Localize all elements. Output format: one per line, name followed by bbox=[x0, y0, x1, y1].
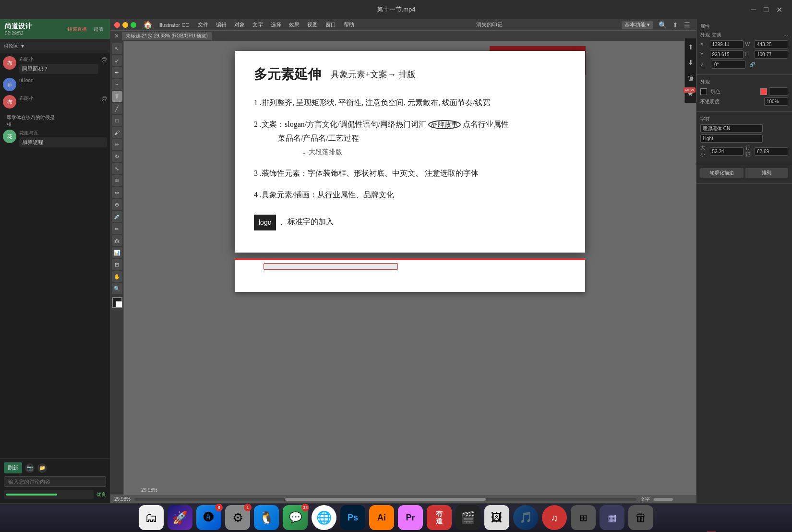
minimize-dot[interactable] bbox=[122, 22, 128, 28]
warp-tool[interactable]: ≋ bbox=[112, 175, 122, 186]
close-tab-icon[interactable]: ✕ bbox=[114, 33, 119, 39]
fill-swatch[interactable] bbox=[700, 88, 707, 95]
h-input[interactable] bbox=[755, 50, 788, 59]
zoom-tool[interactable]: 🔍 bbox=[112, 283, 122, 294]
fill-color[interactable] bbox=[112, 297, 122, 308]
dock-grid[interactable]: ▦ bbox=[600, 505, 624, 530]
star-sidebar-icon[interactable]: ★ NEW bbox=[687, 89, 694, 98]
maximize-dot[interactable] bbox=[131, 22, 136, 28]
blend-tool[interactable]: ∞ bbox=[112, 223, 122, 234]
symbol-tool[interactable]: ⁂ bbox=[112, 235, 122, 246]
link-icon[interactable]: 🔗 bbox=[749, 62, 755, 67]
avatar: 布 bbox=[3, 56, 16, 70]
folder-icon[interactable]: 📁 bbox=[37, 463, 47, 473]
window-controls[interactable]: ─ □ ✕ bbox=[751, 5, 782, 14]
font-weight-input[interactable] bbox=[700, 134, 763, 143]
menu-edit[interactable]: 编辑 bbox=[213, 21, 229, 28]
window-title: 第十一节.mp4 bbox=[377, 5, 416, 14]
download-sidebar-icon[interactable]: ⬇ bbox=[688, 59, 694, 66]
dock-pr[interactable]: Pr bbox=[398, 505, 423, 530]
end-live-button[interactable]: 结束直播 bbox=[66, 25, 89, 34]
menu-select[interactable]: 选择 bbox=[268, 21, 284, 28]
at-icon[interactable]: @ bbox=[101, 95, 107, 102]
angle-input[interactable] bbox=[712, 60, 745, 69]
search-icon[interactable]: 🔍 bbox=[659, 21, 667, 29]
share-icon[interactable]: ⬆ bbox=[672, 21, 678, 29]
graph-tool[interactable]: 📊 bbox=[112, 247, 122, 258]
rotate-tool[interactable]: ↻ bbox=[112, 151, 122, 162]
dock-youdao[interactable]: 有道 bbox=[427, 505, 452, 530]
home-icon[interactable]: 🏠 bbox=[143, 20, 153, 29]
dock-chrome[interactable]: 🌐 bbox=[312, 505, 336, 530]
paintbrush-tool[interactable]: 🖌 bbox=[112, 127, 122, 138]
x-input[interactable] bbox=[710, 40, 744, 48]
refresh-button[interactable]: 刷新 bbox=[4, 462, 22, 473]
w-input[interactable] bbox=[755, 40, 788, 48]
share-sidebar-icon[interactable]: ⬆ bbox=[688, 43, 694, 51]
canvas-area[interactable]: 一代香主 多元素延伸 具象元素+文案→ 排版 1 .排列整齐, 呈现矩形状, 平… bbox=[124, 41, 696, 495]
minimize-button[interactable]: ─ bbox=[751, 5, 756, 14]
curvature-tool[interactable]: ~ bbox=[112, 79, 122, 90]
dock-multi[interactable]: ⊞ bbox=[571, 505, 596, 530]
camera-icon[interactable]: 📷 bbox=[25, 463, 35, 473]
eyedropper-tool[interactable]: 💉 bbox=[112, 211, 122, 222]
quick-action-btn-1[interactable]: 轮廓化描边 bbox=[700, 168, 744, 178]
menu-window[interactable]: 窗口 bbox=[323, 21, 339, 28]
ai-tabbar: ✕ 未标题-2* @ 29.98% (RGB/GPU 预览) bbox=[110, 31, 696, 41]
font-family-input[interactable] bbox=[700, 124, 763, 133]
dock-wechat[interactable]: 💬 33 bbox=[283, 505, 308, 530]
type-tool active[interactable]: T bbox=[112, 91, 122, 102]
menu-view[interactable]: 视图 bbox=[304, 21, 321, 28]
pencil-tool[interactable]: ✏ bbox=[112, 139, 122, 150]
direct-select-tool[interactable]: ↙ bbox=[112, 55, 122, 66]
menu-object[interactable]: 对象 bbox=[231, 21, 248, 28]
main-area: 尚道设计 02:29:53 结束直播 超清 讨论区 ▾ 布 布朗小 阿里面积？ … bbox=[0, 19, 792, 503]
dock-netease[interactable]: 🎵 bbox=[513, 505, 538, 530]
current-tab[interactable]: 未标题-2* @ 29.98% (RGB/GPU 预览) bbox=[122, 32, 212, 40]
leading-input[interactable] bbox=[755, 147, 788, 156]
rect-tool[interactable]: □ bbox=[112, 115, 122, 126]
pen-tool[interactable]: ✒ bbox=[112, 67, 122, 78]
y-input[interactable] bbox=[710, 50, 744, 59]
dock-netease2[interactable]: ♫ bbox=[542, 505, 567, 530]
stroke-swatch[interactable] bbox=[760, 88, 767, 95]
opacity-input[interactable] bbox=[769, 87, 788, 96]
close-button[interactable]: ✕ bbox=[776, 5, 782, 14]
dock-appstore[interactable]: 🅐 8 bbox=[196, 505, 221, 530]
dock-ps[interactable]: Ps bbox=[340, 505, 365, 530]
dock-qq[interactable]: 🐧 bbox=[254, 505, 279, 530]
menu-help[interactable]: 帮助 bbox=[341, 21, 357, 28]
dock-photos[interactable]: 🖼 bbox=[484, 505, 509, 530]
font-size-input[interactable] bbox=[710, 147, 744, 156]
dock-finder[interactable]: 🗂 bbox=[139, 505, 164, 530]
menu-type[interactable]: 文字 bbox=[250, 21, 266, 28]
char-track[interactable] bbox=[654, 498, 692, 501]
menu-effects[interactable]: 效果 bbox=[286, 21, 302, 28]
chat-input[interactable] bbox=[4, 476, 106, 487]
menu-icon[interactable]: ☰ bbox=[684, 21, 690, 29]
dock-ai[interactable]: Ai bbox=[369, 505, 394, 530]
opacity-value[interactable] bbox=[764, 97, 788, 106]
dock-launchpad[interactable]: 🚀 bbox=[168, 505, 192, 530]
artboard-tool[interactable]: ⊞ bbox=[112, 259, 122, 270]
maximize-button[interactable]: □ bbox=[764, 5, 768, 14]
dock-finalcut[interactable]: 🎬 bbox=[456, 505, 480, 530]
quick-action-btn-2[interactable]: 排列 bbox=[745, 168, 789, 178]
at-icon[interactable]: @ bbox=[101, 56, 107, 63]
shape-builder-tool[interactable]: ⊕ bbox=[112, 199, 122, 210]
line-tool[interactable]: ╱ bbox=[112, 103, 122, 114]
scroll-track[interactable] bbox=[134, 498, 636, 501]
width-tool[interactable]: ⇔ bbox=[112, 187, 122, 198]
close-dot[interactable] bbox=[114, 22, 120, 28]
delete-sidebar-icon[interactable]: 🗑 bbox=[687, 74, 694, 82]
scroll-thumb[interactable] bbox=[285, 498, 486, 501]
dock-settings[interactable]: ⚙ 1 bbox=[225, 505, 250, 530]
canvas-scrollbar[interactable]: 29.98% 文字 bbox=[110, 495, 696, 503]
quality-badge[interactable]: 超清 bbox=[92, 25, 105, 34]
workspace-dropdown[interactable]: 基本功能 ▾ bbox=[622, 21, 653, 29]
dock-trash[interactable]: 🗑 bbox=[628, 505, 653, 530]
menu-file[interactable]: 文件 bbox=[195, 21, 211, 28]
scale-tool[interactable]: ⤡ bbox=[112, 163, 122, 174]
select-tool[interactable]: ↖ bbox=[112, 43, 122, 54]
hand-tool[interactable]: ✋ bbox=[112, 271, 122, 282]
